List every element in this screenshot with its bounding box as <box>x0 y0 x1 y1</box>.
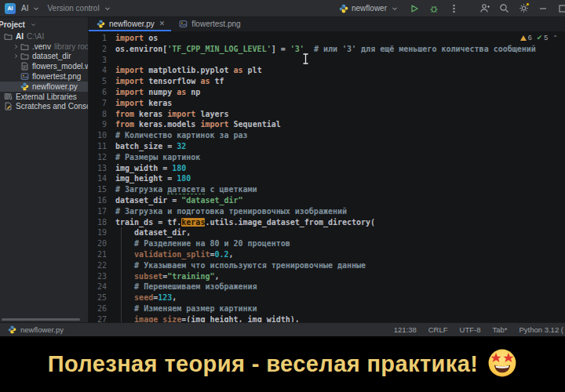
line-number[interactable]: 6 <box>89 87 115 98</box>
code-line[interactable]: 24 # Перемешиваем изображения <box>89 281 565 292</box>
minimize-window-button[interactable] <box>538 3 549 14</box>
code-line[interactable]: 4import matplotlib.pyplot as plt <box>89 65 565 76</box>
project-selector[interactable]: AI <box>21 3 42 14</box>
line-number[interactable]: 11 <box>89 141 115 152</box>
line-number[interactable]: 12 <box>89 152 115 163</box>
more-actions-button[interactable] <box>448 3 459 14</box>
code-line[interactable]: 14img_height = 180 <box>89 173 565 184</box>
code-line[interactable]: 15# Загрузка датасета с цветками <box>89 184 565 195</box>
code-editor[interactable]: 1import os2os.environ['TF_CPP_MIN_LOG_LE… <box>89 31 565 322</box>
code-text: # Загрузка датасета с цветками <box>115 184 257 195</box>
search-everywhere-button[interactable] <box>498 3 509 14</box>
line-number[interactable]: 8 <box>89 109 115 120</box>
tree-item[interactable]: newflower.py <box>0 82 88 92</box>
line-number[interactable]: 27 <box>89 314 115 322</box>
user-account-button[interactable] <box>479 3 490 14</box>
code-line[interactable]: 27 image_size=(img_height, img_width), <box>89 314 565 322</box>
tree-item[interactable]: dataset_dir <box>0 52 88 62</box>
code-text: os.environ['TF_CPP_MIN_LOG_LEVEL'] = '3'… <box>115 44 536 55</box>
code-line[interactable]: 23 subset="training", <box>89 271 565 282</box>
code-line[interactable]: 7import keras <box>89 98 565 109</box>
status-widget[interactable]: Python 3.12 ( <box>519 325 563 334</box>
ide-logo[interactable]: AI <box>5 3 16 14</box>
breadcrumb-file[interactable]: newflower.py <box>6 325 64 336</box>
code-line[interactable]: 20 # Разделение на 80 и 20 процентов <box>89 238 565 249</box>
code-line[interactable]: 22 # Указываем что используются трениров… <box>89 260 565 271</box>
code-line[interactable]: 6import numpy as np <box>89 87 565 98</box>
line-number[interactable]: 9 <box>89 119 115 130</box>
status-widget[interactable]: UTF-8 <box>460 325 481 334</box>
line-number[interactable]: 2 <box>89 44 115 55</box>
horizontal-scrollbar-thumb[interactable] <box>2 318 80 321</box>
code-line[interactable]: 12# Размеры картинок <box>89 152 565 163</box>
maximize-window-button[interactable] <box>557 3 565 14</box>
code-line[interactable]: 25 seed=123, <box>89 292 565 303</box>
run-button[interactable] <box>409 3 420 14</box>
code-line[interactable]: 16dataset_dir = "dataset_dir" <box>89 195 565 206</box>
tree-item[interactable]: flowers_model.weights.h5 <box>0 61 88 71</box>
code-line[interactable]: 11batch_size = 32 <box>89 141 565 152</box>
line-number[interactable]: 24 <box>89 281 115 292</box>
line-number[interactable]: 25 <box>89 292 115 303</box>
code-line[interactable]: 2os.environ['TF_CPP_MIN_LOG_LEVEL'] = '3… <box>89 44 565 55</box>
line-number[interactable]: 23 <box>89 271 115 282</box>
code-line[interactable]: 10# Количество картинок за раз <box>89 130 565 141</box>
tree-item[interactable]: Scratches and Consoles <box>0 102 88 112</box>
line-number[interactable]: 22 <box>89 260 115 271</box>
line-number[interactable]: 7 <box>89 98 115 109</box>
chevron-right-icon[interactable] <box>13 53 20 59</box>
tree-item[interactable]: AIC:\AI <box>0 31 88 42</box>
code-text: import os <box>115 33 158 44</box>
inspection-warnings[interactable]: 6 <box>520 34 532 42</box>
project-selector-label: AI <box>21 4 28 13</box>
chevron-up-icon[interactable]: ⌃ <box>552 34 558 42</box>
debug-button[interactable] <box>428 3 439 14</box>
status-widget[interactable]: 121:38 <box>394 325 417 334</box>
code-line[interactable]: 26 # Изменяем размер картинки <box>89 303 565 314</box>
line-number[interactable]: 10 <box>89 130 115 141</box>
status-widget[interactable]: Tab* <box>492 325 507 334</box>
line-number[interactable]: 15 <box>89 184 115 195</box>
line-number[interactable]: 4 <box>89 65 115 76</box>
code-line[interactable]: 9from keras.models import Sequential <box>89 119 565 130</box>
editor-tab[interactable]: flowertest.png <box>171 17 246 31</box>
code-line[interactable]: 17# Загрузка и подготовка тренировочных … <box>89 206 565 217</box>
settings-button[interactable] <box>518 3 529 14</box>
inspection-passed[interactable]: ✔ 5 <box>537 34 549 42</box>
code-line[interactable]: 21 validation_split=0.2, <box>89 249 565 260</box>
status-bar: newflower.py 121:38CRLFUTF-8Tab*Python 3… <box>0 322 565 336</box>
line-number[interactable]: 21 <box>89 249 115 260</box>
line-number[interactable]: 18 <box>89 217 115 228</box>
status-widget[interactable]: CRLF <box>428 325 448 334</box>
tree-item[interactable]: External Libraries <box>0 92 88 102</box>
line-number[interactable]: 17 <box>89 206 115 217</box>
close-tab-icon[interactable]: ✕ <box>159 20 166 27</box>
inspections-widget[interactable]: 6 ✔ 5 ⌃ <box>520 34 558 42</box>
code-line[interactable]: 19 dataset_dir, <box>89 227 565 238</box>
tree-item[interactable]: flowertest.png <box>0 71 88 82</box>
editor-tab[interactable]: newflower.py✕ <box>89 17 171 31</box>
line-number[interactable]: 1 <box>89 33 115 44</box>
vcs-widget[interactable]: Version control <box>47 3 112 14</box>
line-number[interactable]: 19 <box>89 227 115 238</box>
code-line[interactable]: 8from keras import layers <box>89 109 565 120</box>
code-line[interactable]: 1import os <box>89 33 565 44</box>
tree-item-label: dataset_dir <box>32 52 71 60</box>
code-line[interactable]: 5import tensorflow as tf <box>89 76 565 87</box>
line-number[interactable]: 5 <box>89 76 115 87</box>
chevron-right-icon[interactable] <box>13 44 20 49</box>
run-configuration-selector[interactable]: newflower <box>338 3 400 14</box>
project-panel-header[interactable]: Project <box>0 17 88 31</box>
code-line[interactable]: 13img_width = 180 <box>89 163 565 174</box>
line-number[interactable]: 26 <box>89 303 115 314</box>
code-area[interactable]: 1import os2os.environ['TF_CPP_MIN_LOG_LE… <box>89 31 565 322</box>
line-number[interactable]: 14 <box>89 173 115 184</box>
line-number[interactable]: 13 <box>89 163 115 174</box>
code-line[interactable]: 3 <box>89 55 565 66</box>
tree-item-label: AI <box>16 32 24 41</box>
line-number[interactable]: 3 <box>89 55 115 66</box>
code-line[interactable]: 18train_ds = tf.keras.utils.image_datase… <box>89 217 565 228</box>
tree-item[interactable]: .venvlibrary root <box>0 42 88 52</box>
line-number[interactable]: 16 <box>89 195 115 206</box>
line-number[interactable]: 20 <box>89 238 115 249</box>
